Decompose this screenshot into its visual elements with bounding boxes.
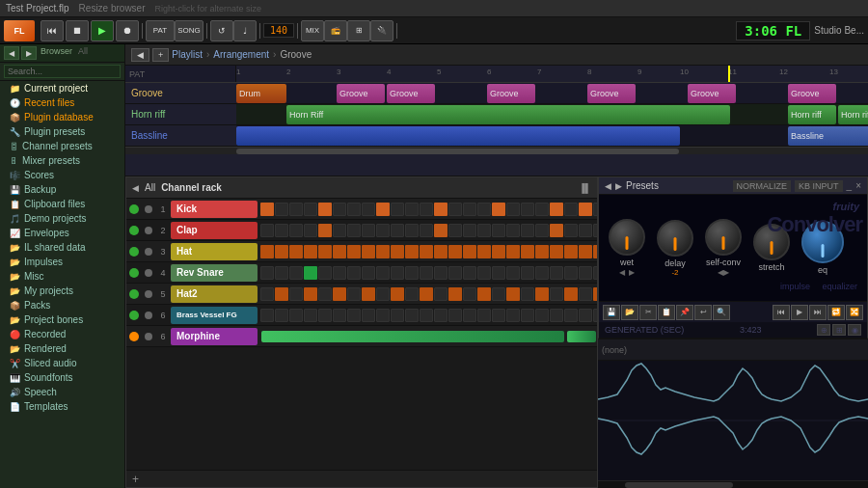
clip-bassline-2[interactable]: Bassline xyxy=(788,126,868,146)
clip-horn-3[interactable]: Horn riff xyxy=(838,105,868,124)
plugin-close-btn[interactable]: × xyxy=(855,180,861,191)
clap-p8[interactable] xyxy=(362,224,375,237)
hat-p22[interactable] xyxy=(564,245,578,258)
sidebar-nav-back[interactable]: ◀ xyxy=(4,46,19,60)
clap-led2[interactable] xyxy=(145,227,152,234)
normalize-toggle[interactable]: NORMALIZE xyxy=(733,180,792,192)
h2-p6[interactable] xyxy=(333,287,346,301)
hat-p7[interactable] xyxy=(347,245,361,258)
kick-pad-20[interactable] xyxy=(535,203,549,216)
br-p13[interactable] xyxy=(434,309,448,322)
brass-name[interactable]: Brass Vessel FG xyxy=(171,307,258,324)
brass-led2[interactable] xyxy=(145,312,152,319)
hat-p23[interactable] xyxy=(579,245,592,258)
hat-p2[interactable] xyxy=(275,245,288,258)
hat-led[interactable] xyxy=(129,247,139,257)
sidebar-item-project-bones[interactable]: 📂 Project bones xyxy=(0,312,124,327)
clap-led[interactable] xyxy=(129,226,139,235)
clap-p17[interactable] xyxy=(492,224,505,237)
br-p18[interactable] xyxy=(506,309,520,322)
pattern-btn[interactable]: PAT xyxy=(146,20,175,41)
clap-p23[interactable] xyxy=(579,224,592,237)
kick-pad-16[interactable] xyxy=(477,203,491,216)
sidebar-item-templates[interactable]: 📄 Templates xyxy=(0,399,124,414)
rs-p18[interactable] xyxy=(506,266,520,280)
sidebar-item-soundfonts[interactable]: 🎹 Soundfonts xyxy=(0,370,124,385)
rs-p7[interactable] xyxy=(347,266,361,280)
knob-selfconv[interactable] xyxy=(705,219,742,256)
rs-led[interactable] xyxy=(129,268,139,278)
br-p12[interactable] xyxy=(420,309,433,322)
plugin-tb-paste[interactable]: 📌 xyxy=(676,305,693,320)
clip-bassline-1[interactable] xyxy=(236,126,680,146)
h2-p5[interactable] xyxy=(318,287,332,301)
wet-arrow-left[interactable]: ◀ xyxy=(619,268,625,277)
arrow-left[interactable]: ◀ xyxy=(132,183,139,193)
track-label-groove[interactable]: Groove xyxy=(125,83,236,104)
kick-pad-3[interactable] xyxy=(289,203,303,216)
clap-p20[interactable] xyxy=(535,224,549,237)
br-p11[interactable] xyxy=(405,309,419,322)
clap-p16[interactable] xyxy=(477,224,491,237)
rs-p15[interactable] xyxy=(463,266,476,280)
knob-wet[interactable] xyxy=(609,219,645,256)
play-btn[interactable]: ▶ xyxy=(91,20,114,41)
clap-p15[interactable] xyxy=(463,224,476,237)
br-p24[interactable] xyxy=(593,309,597,322)
rs-p24[interactable] xyxy=(593,266,597,280)
clip-horn-2[interactable]: Horn riff xyxy=(788,105,836,124)
br-p23[interactable] xyxy=(579,309,592,322)
rs-p19[interactable] xyxy=(521,266,534,280)
piano-btn[interactable]: 📻 xyxy=(324,20,347,41)
waveform-area[interactable] xyxy=(598,361,868,480)
plugin-tb-search[interactable]: 🔍 xyxy=(713,305,730,320)
clap-p19[interactable] xyxy=(521,224,534,237)
sidebar-item-rendered[interactable]: 📂 Rendered xyxy=(0,341,124,356)
morph-name[interactable]: Morphine xyxy=(171,328,258,345)
bpm-display[interactable]: 140 xyxy=(263,23,294,38)
mixer-btn[interactable]: MIX xyxy=(301,20,324,41)
clap-p13[interactable] xyxy=(434,224,448,237)
sidebar-item-envelopes[interactable]: 📈 Envelopes xyxy=(0,226,124,240)
bc-groove[interactable]: Groove xyxy=(280,49,312,60)
kick-pad-4[interactable] xyxy=(304,203,317,216)
sidebar-item-recent-files[interactable]: 🕐 Recent files xyxy=(0,95,124,110)
hat-p18[interactable] xyxy=(506,245,520,258)
rs-p10[interactable] xyxy=(391,266,404,280)
kick-pad-2[interactable] xyxy=(275,203,288,216)
arrangement-scrollbar[interactable] xyxy=(125,147,868,154)
hat2-led2[interactable] xyxy=(145,290,152,298)
nav-add-btn[interactable]: + xyxy=(152,48,169,62)
h2-p14[interactable] xyxy=(448,287,462,301)
kick-led2[interactable] xyxy=(145,205,152,213)
br-p5[interactable] xyxy=(318,309,332,322)
clap-p9[interactable] xyxy=(376,224,390,237)
kick-pad-7[interactable] xyxy=(347,203,361,216)
kick-pad-15[interactable] xyxy=(463,203,476,216)
plugin-tb-r5[interactable]: 🔀 xyxy=(846,305,863,320)
sidebar-item-sliced-audio[interactable]: ✂️ Sliced audio xyxy=(0,356,124,370)
hat-p8[interactable] xyxy=(362,245,375,258)
hat-led2[interactable] xyxy=(145,248,152,256)
br-p20[interactable] xyxy=(535,309,549,322)
br-p9[interactable] xyxy=(376,309,390,322)
plugin-tb-r1[interactable]: ⏮ xyxy=(773,305,790,320)
plugin-nav-fwd[interactable]: ▶ xyxy=(615,181,622,191)
h2-p21[interactable] xyxy=(550,287,563,301)
br-p10[interactable] xyxy=(391,309,404,322)
rs-p9[interactable] xyxy=(376,266,390,280)
knob-delay[interactable] xyxy=(657,220,693,257)
morph-pattern-bar[interactable] xyxy=(261,331,564,342)
sidebar-item-mixer-presets[interactable]: 🎚 Mixer presets xyxy=(0,153,124,168)
kick-pad-8[interactable] xyxy=(362,203,375,216)
sidebar-item-backup[interactable]: 💾 Backup xyxy=(0,182,124,197)
rs-led2[interactable] xyxy=(145,269,152,277)
br-p16[interactable] xyxy=(477,309,491,322)
kick-pad-22[interactable] xyxy=(564,203,578,216)
waveform-scroll-thumb[interactable] xyxy=(625,482,733,488)
sidebar-item-plugin-presets[interactable]: 🔧 Plugin presets xyxy=(0,124,124,139)
kick-pad-19[interactable] xyxy=(521,203,534,216)
clap-p4[interactable] xyxy=(304,224,317,237)
h2-p11[interactable] xyxy=(405,287,419,301)
rs-p16[interactable] xyxy=(477,266,491,280)
